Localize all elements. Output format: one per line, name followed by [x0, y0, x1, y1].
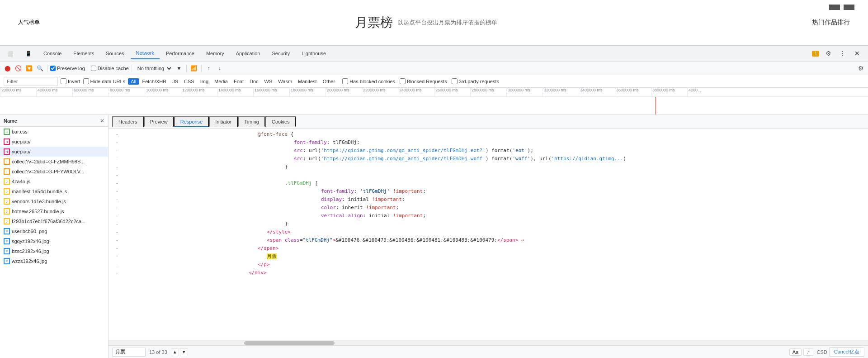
tab-initiator[interactable]: Initiator	[209, 116, 238, 127]
disable-cache-label[interactable]: Disable cache	[91, 66, 129, 71]
filter-manifest-btn[interactable]: Manifest	[295, 78, 320, 85]
line-content: }	[122, 163, 868, 171]
blocked-requests-label[interactable]: Blocked Requests	[400, 78, 447, 84]
timeline-mark-15: 3200000 ms	[542, 88, 579, 96]
search-input[interactable]	[115, 349, 142, 355]
tab-elements[interactable]: Elements	[68, 48, 99, 59]
third-party-checkbox[interactable]	[452, 78, 458, 84]
clear-button[interactable]: 🚫	[14, 64, 23, 73]
cancel-search-btn[interactable]: Cancel亿点	[829, 347, 864, 357]
wifi-icon[interactable]: 📶	[189, 64, 198, 73]
toolbar-separator-5	[201, 65, 202, 72]
code-line: - @font-face {	[108, 130, 868, 138]
js-file-icon: J	[4, 218, 10, 224]
filter-toggle-button[interactable]: 🔽	[24, 64, 33, 73]
search-field[interactable]	[112, 348, 146, 357]
filter-doc-btn[interactable]: Doc	[247, 78, 261, 85]
throttling-select[interactable]: No throttling	[135, 65, 173, 72]
filter-other-btn[interactable]: Other	[320, 78, 338, 85]
close-devtools-icon[interactable]: ✕	[852, 48, 863, 59]
tab-performance[interactable]: Performance	[160, 48, 200, 59]
settings-icon[interactable]: ⚙	[823, 48, 834, 59]
throttling-dropdown-icon[interactable]: ▼	[175, 64, 184, 73]
horizontal-scrollbar[interactable]	[108, 340, 868, 345]
file-list-scroll[interactable]: C bar.css H yuepiao/ H yuepiao/ I collec…	[0, 127, 108, 358]
website-header: 人气榜单 月票榜 以起点平台投出月票为排序依据的榜单 热门作品排行	[0, 0, 868, 45]
tab-timing[interactable]: Timing	[238, 116, 265, 127]
filter-ws-btn[interactable]: WS	[262, 78, 275, 85]
filter-media-btn[interactable]: Media	[212, 78, 231, 85]
close-file-panel-btn[interactable]: ✕	[100, 118, 104, 124]
next-match-btn[interactable]: ▼	[180, 348, 188, 356]
list-item[interactable]: J vendors.1d1e3.bundle.js	[0, 196, 108, 206]
preserve-log-label[interactable]: Preserve log	[50, 66, 85, 71]
hide-data-urls-checkbox[interactable]	[83, 78, 89, 84]
list-item[interactable]: P bzsc2192x46.jpg	[0, 246, 108, 256]
tab-headers[interactable]: Headers	[112, 116, 144, 127]
list-item[interactable]: I collect?v=2&tid=G-FZMMH98S...	[0, 157, 108, 167]
more-options-icon[interactable]: ⋮	[837, 48, 848, 59]
filter-fetch-xhr-btn[interactable]: Fetch/XHR	[139, 78, 169, 85]
list-item[interactable]: P wzzs192x46.jpg	[0, 256, 108, 266]
tab-lighthouse[interactable]: Lighthouse	[296, 48, 331, 59]
tab-response[interactable]: Response	[174, 116, 209, 127]
filter-img-btn[interactable]: Img	[198, 78, 211, 85]
list-item[interactable]: J manifest.1a54d.bundle.js	[0, 186, 108, 196]
list-item[interactable]: P sgqyz192x46.jpg	[0, 236, 108, 246]
filter-input[interactable]	[4, 77, 58, 86]
list-item[interactable]: J 4za4o.js	[0, 177, 108, 186]
tab-memory[interactable]: Memory	[201, 48, 230, 59]
line-number: -	[108, 187, 122, 196]
invert-checkbox[interactable]	[61, 78, 66, 84]
has-blocked-cookies-label[interactable]: Has blocked cookies	[342, 78, 395, 84]
code-line: - }	[108, 163, 868, 171]
match-case-btn[interactable]: Aa	[789, 348, 802, 356]
has-blocked-cookies-checkbox[interactable]	[342, 78, 348, 84]
filter-font-btn[interactable]: Font	[231, 78, 246, 85]
preserve-log-checkbox[interactable]	[50, 66, 56, 71]
list-item[interactable]: J hotnew.26527.bundle.js	[0, 206, 108, 216]
filter-all-btn[interactable]: All	[128, 78, 139, 85]
site-nav-item[interactable]: 人气榜单	[18, 19, 40, 26]
js-file-icon: J	[4, 198, 10, 205]
third-party-label[interactable]: 3rd-party requests	[452, 78, 499, 84]
timeline-mark-12: 2600000 ms	[434, 88, 470, 96]
list-item[interactable]: P user.bcb60..png	[0, 226, 108, 236]
list-item[interactable]: J f293b1cd7eb1f676af36d22c2ca...	[0, 216, 108, 226]
network-settings-icon[interactable]: ⚙	[856, 64, 865, 73]
timeline-area[interactable]: 200000 ms 400000 ms 600000 ms 800000 ms …	[0, 88, 868, 115]
tab-cookies[interactable]: Cookies	[265, 116, 296, 127]
devtools-close-btn[interactable]	[844, 5, 854, 10]
list-item[interactable]: I collect?v=2&tid=G-PFYW0QLV...	[0, 167, 108, 177]
filter-wasm-btn[interactable]: Wasm	[275, 78, 295, 85]
use-regex-btn[interactable]: .*	[803, 348, 813, 356]
tab-console[interactable]: Console	[38, 48, 67, 59]
devtools-tab-device[interactable]: 📱	[20, 48, 37, 59]
invert-filter-label[interactable]: Invert	[61, 78, 80, 84]
tab-network[interactable]: Network	[131, 48, 160, 59]
timeline-mark-0: 200000 ms	[0, 88, 36, 96]
hide-data-urls-label[interactable]: Hide data URLs	[83, 78, 126, 84]
import-har-icon[interactable]: ↑	[204, 64, 213, 73]
list-item[interactable]: H yuepiao/	[0, 137, 108, 147]
prev-match-btn[interactable]: ▲	[171, 348, 179, 356]
toolbar-separator-1	[47, 65, 47, 72]
list-item[interactable]: H yuepiao/	[0, 147, 108, 157]
devtools-minimize-btn[interactable]	[829, 5, 840, 10]
disable-cache-checkbox[interactable]	[91, 66, 96, 71]
tab-preview[interactable]: Preview	[144, 116, 174, 127]
file-name: user.bcb60..png	[12, 229, 47, 234]
export-har-icon[interactable]: ↓	[215, 64, 224, 73]
tab-application[interactable]: Application	[231, 48, 266, 59]
search-button[interactable]: 🔍	[35, 64, 44, 73]
tab-security[interactable]: Security	[266, 48, 295, 59]
tab-sources[interactable]: Sources	[100, 48, 129, 59]
list-item[interactable]: C bar.css	[0, 127, 108, 137]
record-button[interactable]: ⬤	[3, 64, 12, 73]
filter-css-btn[interactable]: CSS	[181, 78, 197, 85]
devtools-tab-inspect[interactable]: ⬜	[2, 48, 19, 59]
js-file-icon: J	[4, 178, 10, 185]
filter-js-btn[interactable]: JS	[170, 78, 181, 85]
blocked-requests-checkbox[interactable]	[400, 78, 406, 84]
code-view[interactable]: - @font-face { - font-family: tlFGmDHj; …	[108, 129, 868, 340]
